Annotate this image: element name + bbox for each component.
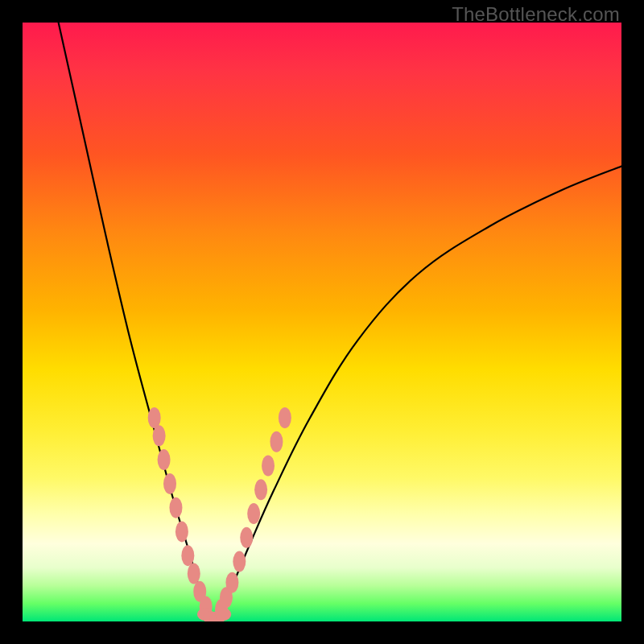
bead-layer bbox=[148, 407, 291, 621]
bead-right-9 bbox=[279, 407, 291, 428]
bead-right-5 bbox=[247, 503, 260, 524]
bead-left-7 bbox=[188, 563, 200, 584]
bead-right-4 bbox=[240, 527, 253, 548]
curve-right-branch bbox=[214, 167, 621, 621]
bead-left-0 bbox=[148, 407, 161, 428]
bead-right-8 bbox=[270, 431, 283, 452]
bead-right-6 bbox=[254, 479, 267, 500]
bead-left-3 bbox=[163, 473, 176, 494]
bead-left-5 bbox=[175, 521, 188, 542]
curve-left-branch bbox=[59, 23, 214, 621]
bead-left-2 bbox=[158, 449, 171, 470]
bead-bottom-3 bbox=[215, 608, 231, 621]
bead-left-6 bbox=[181, 545, 194, 566]
bead-left-4 bbox=[169, 497, 182, 518]
bead-right-3 bbox=[233, 551, 246, 572]
bead-right-2 bbox=[225, 572, 238, 593]
bead-left-1 bbox=[153, 425, 166, 446]
chart-svg bbox=[23, 23, 621, 621]
bead-right-7 bbox=[262, 456, 275, 477]
watermark-text: TheBottleneck.com bbox=[452, 3, 620, 26]
curve-layer bbox=[59, 23, 621, 621]
plot-area bbox=[23, 23, 621, 621]
